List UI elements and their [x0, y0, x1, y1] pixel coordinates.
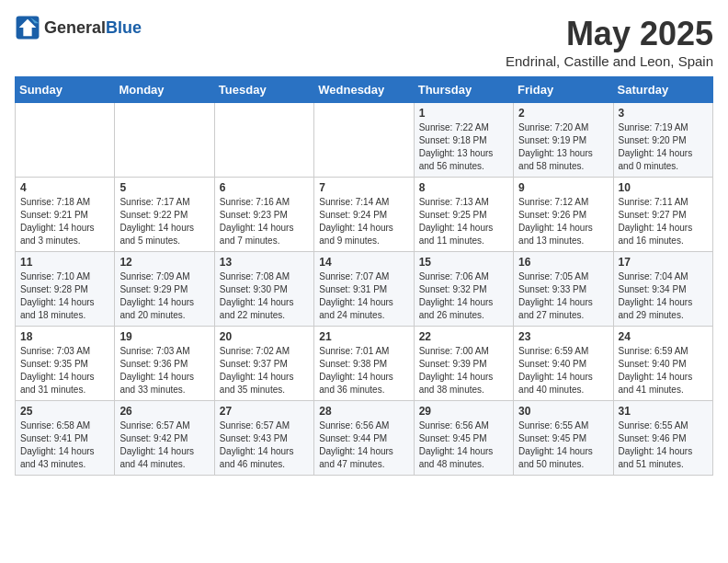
- day-number: 3: [619, 107, 708, 120]
- day-number: 7: [319, 181, 408, 194]
- calendar-header: SundayMondayTuesdayWednesdayThursdayFrid…: [16, 77, 713, 103]
- day-number: 11: [20, 256, 109, 269]
- calendar-cell: 18Sunrise: 7:03 AMSunset: 9:35 PMDayligh…: [16, 327, 115, 401]
- calendar-cell: 25Sunrise: 6:58 AMSunset: 9:41 PMDayligh…: [16, 401, 115, 476]
- calendar-cell: 10Sunrise: 7:11 AMSunset: 9:27 PMDayligh…: [613, 178, 712, 252]
- calendar-cell: 11Sunrise: 7:10 AMSunset: 9:28 PMDayligh…: [16, 252, 115, 327]
- day-info: Sunrise: 6:55 AMSunset: 9:46 PMDaylight:…: [619, 419, 708, 471]
- day-number: 13: [220, 256, 309, 269]
- calendar-cell: 4Sunrise: 7:18 AMSunset: 9:21 PMDaylight…: [16, 178, 115, 252]
- calendar-week-row: 18Sunrise: 7:03 AMSunset: 9:35 PMDayligh…: [16, 327, 713, 401]
- day-info: Sunrise: 7:11 AMSunset: 9:27 PMDaylight:…: [619, 196, 708, 247]
- day-number: 19: [119, 330, 209, 343]
- calendar-cell: 29Sunrise: 6:56 AMSunset: 9:45 PMDayligh…: [414, 401, 513, 476]
- day-number: 31: [619, 405, 708, 418]
- day-info: Sunrise: 7:10 AMSunset: 9:28 PMDaylight:…: [20, 270, 109, 322]
- day-info: Sunrise: 7:05 AMSunset: 9:33 PMDaylight:…: [518, 270, 608, 322]
- calendar-week-row: 1Sunrise: 7:22 AMSunset: 9:18 PMDaylight…: [16, 103, 713, 178]
- calendar-cell: 1Sunrise: 7:22 AMSunset: 9:18 PMDaylight…: [414, 103, 513, 178]
- day-number: 26: [119, 405, 209, 418]
- day-info: Sunrise: 7:16 AMSunset: 9:23 PMDaylight:…: [220, 196, 309, 247]
- calendar-cell: 3Sunrise: 7:19 AMSunset: 9:20 PMDaylight…: [613, 103, 712, 178]
- day-number: 8: [419, 181, 508, 194]
- day-number: 14: [319, 256, 408, 269]
- day-number: 4: [20, 181, 109, 194]
- calendar-cell: 31Sunrise: 6:55 AMSunset: 9:46 PMDayligh…: [613, 401, 712, 476]
- calendar-table: SundayMondayTuesdayWednesdayThursdayFrid…: [15, 76, 713, 476]
- calendar-cell: 15Sunrise: 7:06 AMSunset: 9:32 PMDayligh…: [414, 252, 513, 327]
- day-number: 25: [20, 405, 109, 418]
- day-number: 23: [518, 330, 608, 343]
- calendar-cell: 7Sunrise: 7:14 AMSunset: 9:24 PMDaylight…: [314, 178, 414, 252]
- calendar-cell: 19Sunrise: 7:03 AMSunset: 9:36 PMDayligh…: [115, 327, 214, 401]
- day-number: 12: [119, 256, 209, 269]
- day-number: 2: [518, 107, 608, 120]
- day-info: Sunrise: 7:06 AMSunset: 9:32 PMDaylight:…: [419, 270, 508, 322]
- day-number: 22: [419, 330, 508, 343]
- day-number: 20: [220, 330, 309, 343]
- calendar-cell: 5Sunrise: 7:17 AMSunset: 9:22 PMDaylight…: [115, 178, 214, 252]
- day-info: Sunrise: 7:14 AMSunset: 9:24 PMDaylight:…: [319, 196, 408, 247]
- day-number: 1: [419, 107, 508, 120]
- calendar-cell: 23Sunrise: 6:59 AMSunset: 9:40 PMDayligh…: [514, 327, 613, 401]
- calendar-body: 1Sunrise: 7:22 AMSunset: 9:18 PMDaylight…: [16, 103, 713, 476]
- calendar-cell: 24Sunrise: 6:59 AMSunset: 9:40 PMDayligh…: [613, 327, 712, 401]
- day-info: Sunrise: 7:00 AMSunset: 9:39 PMDaylight:…: [419, 345, 508, 396]
- calendar-cell: 6Sunrise: 7:16 AMSunset: 9:23 PMDaylight…: [214, 178, 313, 252]
- day-info: Sunrise: 7:22 AMSunset: 9:18 PMDaylight:…: [419, 121, 508, 173]
- header-row: SundayMondayTuesdayWednesdayThursdayFrid…: [16, 77, 713, 103]
- calendar-cell: [214, 103, 313, 178]
- weekday-header: Wednesday: [314, 77, 414, 103]
- calendar-cell: 2Sunrise: 7:20 AMSunset: 9:19 PMDaylight…: [514, 103, 613, 178]
- day-info: Sunrise: 7:20 AMSunset: 9:19 PMDaylight:…: [518, 121, 608, 173]
- logo-text: GeneralBlue: [44, 18, 142, 38]
- day-info: Sunrise: 6:55 AMSunset: 9:45 PMDaylight:…: [518, 419, 608, 471]
- calendar-cell: [115, 103, 214, 178]
- calendar-cell: 9Sunrise: 7:12 AMSunset: 9:26 PMDaylight…: [514, 178, 613, 252]
- calendar-cell: 26Sunrise: 6:57 AMSunset: 9:42 PMDayligh…: [115, 401, 214, 476]
- calendar-cell: 8Sunrise: 7:13 AMSunset: 9:25 PMDaylight…: [414, 178, 513, 252]
- day-info: Sunrise: 7:08 AMSunset: 9:30 PMDaylight:…: [220, 270, 309, 322]
- main-title: May 2025: [506, 15, 713, 53]
- day-info: Sunrise: 7:18 AMSunset: 9:21 PMDaylight:…: [20, 196, 109, 247]
- day-info: Sunrise: 7:03 AMSunset: 9:36 PMDaylight:…: [119, 345, 209, 396]
- day-number: 24: [619, 330, 708, 343]
- day-info: Sunrise: 6:59 AMSunset: 9:40 PMDaylight:…: [518, 345, 608, 396]
- weekday-header: Saturday: [613, 77, 712, 103]
- calendar-cell: 28Sunrise: 6:56 AMSunset: 9:44 PMDayligh…: [314, 401, 414, 476]
- calendar-cell: 30Sunrise: 6:55 AMSunset: 9:45 PMDayligh…: [514, 401, 613, 476]
- day-info: Sunrise: 6:57 AMSunset: 9:43 PMDaylight:…: [220, 419, 309, 471]
- day-info: Sunrise: 6:59 AMSunset: 9:40 PMDaylight:…: [619, 345, 708, 396]
- calendar-cell: [16, 103, 115, 178]
- logo: GeneralBlue: [15, 15, 142, 40]
- calendar-cell: 14Sunrise: 7:07 AMSunset: 9:31 PMDayligh…: [314, 252, 414, 327]
- day-number: 27: [220, 405, 309, 418]
- day-number: 29: [419, 405, 508, 418]
- day-info: Sunrise: 7:04 AMSunset: 9:34 PMDaylight:…: [619, 270, 708, 322]
- calendar-cell: 20Sunrise: 7:02 AMSunset: 9:37 PMDayligh…: [214, 327, 313, 401]
- calendar-cell: 21Sunrise: 7:01 AMSunset: 9:38 PMDayligh…: [314, 327, 414, 401]
- calendar-week-row: 25Sunrise: 6:58 AMSunset: 9:41 PMDayligh…: [16, 401, 713, 476]
- day-number: 21: [319, 330, 408, 343]
- calendar-cell: 12Sunrise: 7:09 AMSunset: 9:29 PMDayligh…: [115, 252, 214, 327]
- header: GeneralBlue May 2025 Endrinal, Castille …: [15, 15, 713, 69]
- subtitle: Endrinal, Castille and Leon, Spain: [506, 53, 713, 69]
- calendar-cell: 27Sunrise: 6:57 AMSunset: 9:43 PMDayligh…: [214, 401, 313, 476]
- day-number: 30: [518, 405, 608, 418]
- day-info: Sunrise: 7:12 AMSunset: 9:26 PMDaylight:…: [518, 196, 608, 247]
- title-area: May 2025 Endrinal, Castille and Leon, Sp…: [506, 15, 713, 69]
- day-number: 28: [319, 405, 408, 418]
- weekday-header: Friday: [514, 77, 613, 103]
- day-info: Sunrise: 7:17 AMSunset: 9:22 PMDaylight:…: [119, 196, 209, 247]
- logo-icon: [15, 15, 40, 40]
- weekday-header: Tuesday: [214, 77, 313, 103]
- calendar-cell: 17Sunrise: 7:04 AMSunset: 9:34 PMDayligh…: [613, 252, 712, 327]
- day-info: Sunrise: 7:01 AMSunset: 9:38 PMDaylight:…: [319, 345, 408, 396]
- day-number: 18: [20, 330, 109, 343]
- day-info: Sunrise: 6:57 AMSunset: 9:42 PMDaylight:…: [119, 419, 209, 471]
- logo-general: General: [44, 18, 106, 37]
- calendar-cell: 16Sunrise: 7:05 AMSunset: 9:33 PMDayligh…: [514, 252, 613, 327]
- weekday-header: Sunday: [16, 77, 115, 103]
- day-number: 16: [518, 256, 608, 269]
- day-info: Sunrise: 7:13 AMSunset: 9:25 PMDaylight:…: [419, 196, 508, 247]
